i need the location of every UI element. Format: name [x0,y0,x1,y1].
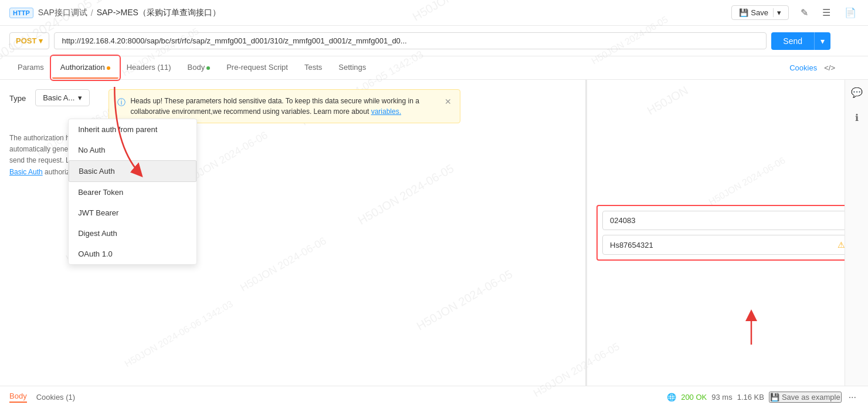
tab-cookies[interactable]: Cookies [789,63,817,72]
send-button[interactable]: Send ▾ [771,32,830,50]
breadcrumb: SAP接口调试 / SAP->MES（采购订单查询接口） [38,8,221,18]
bottom-bar: Body Cookies (1) 🌐 200 OK 93 ms 1.16 KB … [0,386,868,408]
save-label: Save [751,8,768,17]
save-icon: 💾 [739,8,748,17]
dropdown-item-oauth1[interactable]: OAuth 1.0 [69,244,196,264]
type-chevron-icon: ▾ [78,93,82,102]
dropdown-item-basicauth[interactable]: Basic Auth [69,160,196,182]
http-badge: HTTP [9,8,33,18]
right-panel: 024083 Hs87654321 ⚠ [586,80,868,386]
basic-auth-link[interactable]: Basic Auth [9,168,43,176]
more-options-button[interactable]: ··· [846,390,859,405]
url-bar: POST ▾ Send ▾ [0,26,868,56]
tab-params[interactable]: Params [9,57,52,79]
comment-button[interactable]: ☰ [820,5,833,21]
tab-authorization[interactable]: Authorization [52,57,118,79]
credential-box: 024083 Hs87654321 ⚠ [596,205,859,261]
password-value: Hs87654321 [610,241,653,249]
save-as-example-button[interactable]: 💾 Save as example [769,392,842,403]
save-example-icon: 💾 [770,393,779,402]
tab-code[interactable]: </> [824,63,835,72]
method-chevron-icon: ▾ [39,36,43,45]
username-value: 024083 [610,216,635,225]
save-example-label: Save as example [782,393,840,402]
save-chevron-icon[interactable]: ▾ [773,8,781,17]
dropdown-item-inherit[interactable]: Inherit auth from parent [69,119,196,140]
tabs-bar: Params Authorization Headers (11) Body P… [0,56,868,80]
response-time: 93 ms [711,393,732,402]
edit-button[interactable]: ✎ [798,5,811,21]
method-label: POST [16,36,36,45]
type-select-button[interactable]: Basic A... ▾ [35,89,90,106]
sidebar-info-button[interactable]: ℹ [853,110,861,126]
status-code: 200 OK [681,393,707,402]
left-panel: Type Basic A... ▾ Inherit auth from pare… [0,80,585,386]
dropdown-item-bearer[interactable]: Bearer Token [69,182,196,203]
type-value: Basic A... [43,93,74,102]
bottom-tab-body[interactable]: Body [9,392,27,403]
content-area: Type Basic A... ▾ Inherit auth from pare… [0,80,868,386]
response-size: 1.16 KB [737,393,764,402]
tab-body[interactable]: Body [179,57,219,79]
auth-type-dropdown: Inherit auth from parent No Auth Basic A… [68,119,197,265]
info-text: Heads up! These parameters hold sensitiv… [130,96,440,117]
tab-headers[interactable]: Headers (11) [118,57,179,79]
send-label: Send [771,32,815,50]
body-dot [206,66,210,70]
tab-settings[interactable]: Settings [330,57,374,79]
info-close-button[interactable]: ✕ [445,96,452,108]
globe-icon: 🌐 [667,393,676,402]
info-icon: ⓘ [117,96,126,109]
top-bar: HTTP SAP接口调试 / SAP->MES（采购订单查询接口） 💾 Save… [0,0,868,26]
breadcrumb-current: SAP->MES（采购订单查询接口） [97,8,221,18]
top-bar-actions: 💾 Save ▾ ✎ ☰ 📄 [731,5,859,21]
breadcrumb-parent[interactable]: SAP接口调试 [38,8,87,18]
annotation-arrow-password [728,304,775,350]
bottom-tab-cookies[interactable]: Cookies (1) [36,393,75,402]
breadcrumb-separator: / [91,8,93,18]
tab-prerequest[interactable]: Pre-request Script [218,57,296,79]
type-label: Type [9,89,26,103]
type-row: Type Basic A... ▾ Inherit auth from pare… [9,89,576,123]
authorization-dot [107,66,110,70]
send-chevron-icon[interactable]: ▾ [815,32,830,50]
doc-button[interactable]: 📄 [842,5,859,21]
url-input[interactable] [54,32,767,49]
bottom-bar-status: 🌐 200 OK 93 ms 1.16 KB 💾 Save as example… [667,390,859,405]
sidebar-chat-button[interactable]: 💬 [849,85,865,100]
save-button[interactable]: 💾 Save ▾ [731,5,789,20]
info-variables-link[interactable]: variables. [371,107,401,116]
dropdown-item-digest[interactable]: Digest Auth [69,223,196,244]
right-sidebar: 💬 ℹ [845,80,868,386]
dropdown-item-jwt[interactable]: JWT Bearer [69,203,196,223]
username-input[interactable]: 024083 [602,211,853,230]
dropdown-item-noauth[interactable]: No Auth [69,140,196,160]
tab-tests[interactable]: Tests [296,57,330,79]
password-input[interactable]: Hs87654321 ⚠ [602,235,853,255]
method-select[interactable]: POST ▾ [9,32,49,49]
